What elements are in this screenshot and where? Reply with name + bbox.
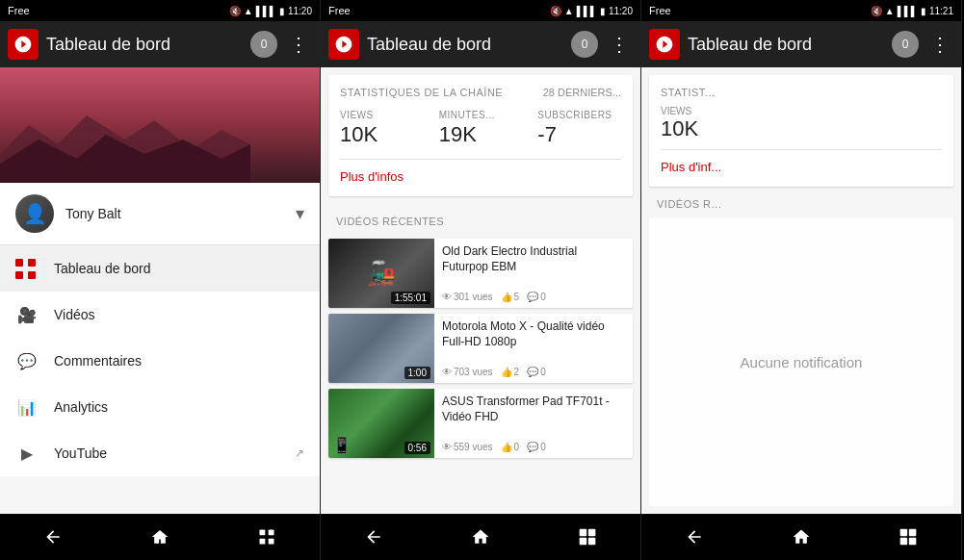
panel3-stats-header: STATIST... [661, 87, 942, 98]
video-likes-1: 👍 5 [501, 292, 520, 302]
overflow-menu-3[interactable]: ⋮ [926, 29, 953, 60]
app-logo-1 [8, 29, 39, 60]
recents-icon-3 [899, 527, 918, 547]
svg-rect-3 [268, 530, 274, 536]
chevron-down-icon: ▾ [296, 203, 304, 224]
stat-subscribers-value: -7 [537, 122, 621, 147]
app-logo-2 [328, 29, 359, 60]
notification-badge-1[interactable]: 0 [250, 31, 277, 58]
overflow-menu-2[interactable]: ⋮ [606, 29, 633, 60]
camera-icon: 🎥 [15, 303, 39, 326]
gear-logo-icon-2 [334, 35, 353, 54]
eye-icon-2: 👁 [442, 367, 452, 377]
video-views-3: 👁 559 vues [442, 442, 493, 452]
eye-icon-3: 👁 [442, 442, 452, 452]
notification-empty: Aucune notification [649, 217, 953, 506]
wifi-icon: ▲ [244, 6, 253, 16]
nav-bar-2 [321, 514, 640, 560]
mute-icon-2: 🔇 [550, 6, 561, 16]
sidebar-item-youtube[interactable]: ▶ YouTube ↗ [0, 430, 320, 476]
video-thumb-3: 📱 0:56 [328, 389, 434, 458]
status-bar-3: Free 🔇 ▲ ▌▌▌ ▮ 11:21 [641, 0, 961, 21]
video-stats-2: 👁 703 vues 👍 2 💬 0 [442, 367, 625, 377]
like-icon-2: 👍 [501, 367, 512, 377]
recents-button-2[interactable] [568, 518, 607, 556]
comment-icon-2: 💬 [527, 367, 538, 377]
video-card-3[interactable]: 📱 0:56 ASUS Transformer Pad TF701t - Vid… [328, 389, 633, 458]
sidebar-item-label: Commentaires [54, 353, 304, 369]
status-carrier-2: Free [328, 5, 351, 16]
drawer-user-row[interactable]: 👤 Tony Balt ▾ [0, 183, 320, 245]
back-button-1[interactable] [34, 518, 72, 556]
gear-logo-icon [13, 35, 33, 54]
nav-bar-3 [641, 514, 961, 560]
main-scroll[interactable]: STATISTIQUES DE LA CHAÎNE 28 DERNIERS...… [321, 67, 640, 514]
sidebar-item-tableau[interactable]: Tableau de bord [0, 245, 320, 292]
status-icons-1: 🔇 ▲ ▌▌▌ ▮ 11:20 [229, 6, 312, 16]
svg-rect-5 [268, 539, 274, 545]
video-info-3: ASUS Transformer Pad TF701t - Vidéo FHD … [434, 389, 633, 458]
overflow-menu-1[interactable]: ⋮ [285, 29, 312, 60]
battery-icon: ▮ [279, 6, 285, 16]
stats-header: STATISTIQUES DE LA CHAÎNE 28 DERNIERS... [340, 87, 621, 98]
comment-icon: 💬 [15, 349, 39, 372]
comment-icon-1: 💬 [527, 292, 538, 302]
video-info-2: Motorola Moto X - Qualité vidéo Full-HD … [434, 314, 633, 383]
stat-minutes-label: MINUTES... [439, 110, 523, 120]
drawer-container: 👤 Tony Balt ▾ Tableau de bord 🎥 Vidéos [0, 67, 320, 514]
stat-views-label: VIEWS [340, 110, 424, 120]
panel3-videos-header: VIDÉOS R... [641, 194, 961, 217]
home-icon [150, 527, 169, 547]
notification-badge-3[interactable]: 0 [892, 31, 919, 58]
stat-subscribers: SUBSCRIBERS -7 [537, 110, 621, 147]
back-button-3[interactable] [675, 518, 714, 556]
svg-rect-8 [579, 538, 586, 546]
svg-rect-6 [579, 529, 586, 537]
home-button-1[interactable] [141, 518, 179, 556]
recents-button-3[interactable] [889, 518, 927, 556]
sidebar-item-analytics[interactable]: 📊 Analytics [0, 384, 320, 430]
home-button-2[interactable] [461, 518, 500, 556]
signal-icon: ▌▌▌ [256, 6, 276, 16]
video-thumb-1: 🚂 1:55:01 [328, 239, 434, 308]
app-bar-title-3: Tableau de bord [688, 35, 884, 55]
stats-more-link[interactable]: Plus d'infos [340, 169, 404, 184]
stats-row: VIEWS 10K MINUTES... 19K SUBSCRIBERS -7 [340, 110, 621, 147]
time-3: 11:21 [929, 6, 953, 16]
video-duration-3: 0:56 [404, 442, 430, 454]
sidebar-item-label: Tableau de bord [54, 261, 304, 276]
svg-rect-9 [587, 538, 595, 546]
back-icon [43, 527, 63, 547]
stats-period: 28 DERNIERS... [543, 87, 621, 98]
drawer-username: Tony Balt [65, 206, 284, 221]
svg-rect-2 [259, 530, 265, 536]
video-duration-2: 1:00 [404, 367, 430, 379]
notification-empty-text: Aucune notification [741, 354, 863, 370]
app-bar-title-2: Tableau de bord [367, 35, 563, 55]
svg-rect-11 [908, 529, 916, 537]
panel3-stats-partial: STATIST... VIEWS 10K Plus d'inf... [649, 75, 953, 187]
back-icon-3 [685, 527, 704, 547]
stat-minutes: MINUTES... 19K [439, 110, 523, 147]
home-button-3[interactable] [782, 518, 821, 556]
video-stats-3: 👁 559 vues 👍 0 💬 0 [442, 442, 625, 452]
video-comments-1: 💬 0 [527, 292, 546, 302]
video-card-2[interactable]: 1:00 Motorola Moto X - Qualité vidéo Ful… [328, 314, 633, 383]
app-bar-title-1: Tableau de bord [46, 35, 243, 55]
sidebar-item-videos[interactable]: 🎥 Vidéos [0, 292, 320, 338]
panel-drawer: Free 🔇 ▲ ▌▌▌ ▮ 11:20 Tableau de bord 0 ⋮ [0, 0, 321, 560]
mute-icon-3: 🔇 [871, 6, 882, 16]
sidebar-item-commentaires[interactable]: 💬 Commentaires [0, 338, 320, 384]
nav-bar-1 [0, 514, 320, 560]
panel3-more-link[interactable]: Plus d'inf... [661, 160, 721, 174]
wifi-icon-3: ▲ [885, 6, 895, 16]
stats-title: STATISTIQUES DE LA CHAÎNE [340, 87, 503, 98]
avatar: 👤 [15, 194, 54, 233]
video-card-1[interactable]: 🚂 1:55:01 Old Dark Electro Industrial Fu… [328, 239, 633, 308]
recents-button-1[interactable] [248, 518, 286, 556]
notification-badge-2[interactable]: 0 [571, 31, 598, 58]
back-button-2[interactable] [354, 518, 393, 556]
stat-views-value: 10K [340, 122, 424, 147]
status-bar-2: Free 🔇 ▲ ▌▌▌ ▮ 11:20 [321, 0, 640, 21]
stat-minutes-value: 19K [439, 122, 523, 147]
